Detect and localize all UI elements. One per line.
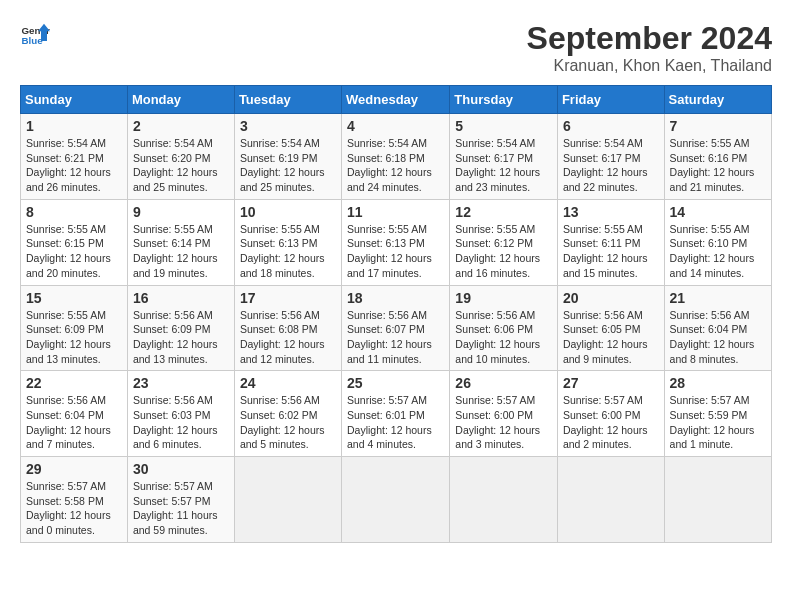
svg-text:Blue: Blue	[22, 35, 44, 46]
calendar-table: Sunday Monday Tuesday Wednesday Thursday…	[20, 85, 772, 543]
calendar-title: September 2024	[527, 20, 772, 57]
calendar-cell: 18Sunrise: 5:56 AM Sunset: 6:07 PM Dayli…	[342, 285, 450, 371]
day-number: 8	[26, 204, 122, 220]
day-number: 30	[133, 461, 229, 477]
day-number: 12	[455, 204, 552, 220]
day-info: Sunrise: 5:57 AM Sunset: 5:58 PM Dayligh…	[26, 479, 122, 538]
day-info: Sunrise: 5:55 AM Sunset: 6:15 PM Dayligh…	[26, 222, 122, 281]
calendar-subtitle: Kranuan, Khon Kaen, Thailand	[527, 57, 772, 75]
day-info: Sunrise: 5:54 AM Sunset: 6:18 PM Dayligh…	[347, 136, 444, 195]
day-number: 14	[670, 204, 766, 220]
day-number: 24	[240, 375, 336, 391]
day-number: 1	[26, 118, 122, 134]
calendar-cell: 25Sunrise: 5:57 AM Sunset: 6:01 PM Dayli…	[342, 371, 450, 457]
calendar-cell: 9Sunrise: 5:55 AM Sunset: 6:14 PM Daylig…	[127, 199, 234, 285]
day-number: 11	[347, 204, 444, 220]
logo: General Blue	[20, 20, 50, 50]
calendar-cell: 8Sunrise: 5:55 AM Sunset: 6:15 PM Daylig…	[21, 199, 128, 285]
day-info: Sunrise: 5:56 AM Sunset: 6:04 PM Dayligh…	[26, 393, 122, 452]
day-info: Sunrise: 5:56 AM Sunset: 6:04 PM Dayligh…	[670, 308, 766, 367]
calendar-cell	[342, 457, 450, 543]
col-sunday: Sunday	[21, 86, 128, 114]
calendar-cell: 2Sunrise: 5:54 AM Sunset: 6:20 PM Daylig…	[127, 114, 234, 200]
calendar-cell: 5Sunrise: 5:54 AM Sunset: 6:17 PM Daylig…	[450, 114, 558, 200]
calendar-cell: 3Sunrise: 5:54 AM Sunset: 6:19 PM Daylig…	[234, 114, 341, 200]
calendar-week-row: 22Sunrise: 5:56 AM Sunset: 6:04 PM Dayli…	[21, 371, 772, 457]
calendar-cell: 15Sunrise: 5:55 AM Sunset: 6:09 PM Dayli…	[21, 285, 128, 371]
day-number: 10	[240, 204, 336, 220]
day-number: 20	[563, 290, 659, 306]
day-info: Sunrise: 5:54 AM Sunset: 6:17 PM Dayligh…	[563, 136, 659, 195]
calendar-cell: 11Sunrise: 5:55 AM Sunset: 6:13 PM Dayli…	[342, 199, 450, 285]
day-info: Sunrise: 5:54 AM Sunset: 6:21 PM Dayligh…	[26, 136, 122, 195]
day-info: Sunrise: 5:55 AM Sunset: 6:10 PM Dayligh…	[670, 222, 766, 281]
day-info: Sunrise: 5:55 AM Sunset: 6:16 PM Dayligh…	[670, 136, 766, 195]
logo-icon: General Blue	[20, 20, 50, 50]
calendar-cell: 16Sunrise: 5:56 AM Sunset: 6:09 PM Dayli…	[127, 285, 234, 371]
calendar-cell: 20Sunrise: 5:56 AM Sunset: 6:05 PM Dayli…	[557, 285, 664, 371]
calendar-cell	[557, 457, 664, 543]
calendar-cell: 24Sunrise: 5:56 AM Sunset: 6:02 PM Dayli…	[234, 371, 341, 457]
day-number: 2	[133, 118, 229, 134]
calendar-week-row: 15Sunrise: 5:55 AM Sunset: 6:09 PM Dayli…	[21, 285, 772, 371]
day-number: 21	[670, 290, 766, 306]
day-info: Sunrise: 5:54 AM Sunset: 6:20 PM Dayligh…	[133, 136, 229, 195]
day-number: 22	[26, 375, 122, 391]
day-info: Sunrise: 5:55 AM Sunset: 6:14 PM Dayligh…	[133, 222, 229, 281]
calendar-week-row: 8Sunrise: 5:55 AM Sunset: 6:15 PM Daylig…	[21, 199, 772, 285]
calendar-cell: 17Sunrise: 5:56 AM Sunset: 6:08 PM Dayli…	[234, 285, 341, 371]
day-info: Sunrise: 5:56 AM Sunset: 6:06 PM Dayligh…	[455, 308, 552, 367]
title-section: September 2024 Kranuan, Khon Kaen, Thail…	[527, 20, 772, 75]
calendar-cell: 19Sunrise: 5:56 AM Sunset: 6:06 PM Dayli…	[450, 285, 558, 371]
day-info: Sunrise: 5:57 AM Sunset: 6:00 PM Dayligh…	[563, 393, 659, 452]
col-friday: Friday	[557, 86, 664, 114]
calendar-cell: 7Sunrise: 5:55 AM Sunset: 6:16 PM Daylig…	[664, 114, 771, 200]
col-thursday: Thursday	[450, 86, 558, 114]
calendar-cell: 14Sunrise: 5:55 AM Sunset: 6:10 PM Dayli…	[664, 199, 771, 285]
day-number: 3	[240, 118, 336, 134]
day-info: Sunrise: 5:54 AM Sunset: 6:19 PM Dayligh…	[240, 136, 336, 195]
day-number: 29	[26, 461, 122, 477]
calendar-cell: 6Sunrise: 5:54 AM Sunset: 6:17 PM Daylig…	[557, 114, 664, 200]
day-number: 28	[670, 375, 766, 391]
calendar-header-row: Sunday Monday Tuesday Wednesday Thursday…	[21, 86, 772, 114]
day-info: Sunrise: 5:56 AM Sunset: 6:05 PM Dayligh…	[563, 308, 659, 367]
calendar-cell: 27Sunrise: 5:57 AM Sunset: 6:00 PM Dayli…	[557, 371, 664, 457]
day-number: 16	[133, 290, 229, 306]
calendar-cell	[450, 457, 558, 543]
day-number: 17	[240, 290, 336, 306]
day-info: Sunrise: 5:56 AM Sunset: 6:03 PM Dayligh…	[133, 393, 229, 452]
col-tuesday: Tuesday	[234, 86, 341, 114]
day-number: 25	[347, 375, 444, 391]
day-info: Sunrise: 5:57 AM Sunset: 5:57 PM Dayligh…	[133, 479, 229, 538]
day-number: 23	[133, 375, 229, 391]
calendar-cell: 1Sunrise: 5:54 AM Sunset: 6:21 PM Daylig…	[21, 114, 128, 200]
day-number: 27	[563, 375, 659, 391]
day-info: Sunrise: 5:56 AM Sunset: 6:08 PM Dayligh…	[240, 308, 336, 367]
col-wednesday: Wednesday	[342, 86, 450, 114]
calendar-week-row: 29Sunrise: 5:57 AM Sunset: 5:58 PM Dayli…	[21, 457, 772, 543]
calendar-cell: 13Sunrise: 5:55 AM Sunset: 6:11 PM Dayli…	[557, 199, 664, 285]
calendar-cell: 30Sunrise: 5:57 AM Sunset: 5:57 PM Dayli…	[127, 457, 234, 543]
day-number: 13	[563, 204, 659, 220]
day-info: Sunrise: 5:56 AM Sunset: 6:07 PM Dayligh…	[347, 308, 444, 367]
calendar-cell	[664, 457, 771, 543]
calendar-cell: 28Sunrise: 5:57 AM Sunset: 5:59 PM Dayli…	[664, 371, 771, 457]
calendar-cell: 12Sunrise: 5:55 AM Sunset: 6:12 PM Dayli…	[450, 199, 558, 285]
day-number: 19	[455, 290, 552, 306]
col-monday: Monday	[127, 86, 234, 114]
calendar-cell: 29Sunrise: 5:57 AM Sunset: 5:58 PM Dayli…	[21, 457, 128, 543]
day-number: 9	[133, 204, 229, 220]
day-number: 6	[563, 118, 659, 134]
day-info: Sunrise: 5:57 AM Sunset: 6:01 PM Dayligh…	[347, 393, 444, 452]
calendar-week-row: 1Sunrise: 5:54 AM Sunset: 6:21 PM Daylig…	[21, 114, 772, 200]
calendar-cell	[234, 457, 341, 543]
day-info: Sunrise: 5:55 AM Sunset: 6:13 PM Dayligh…	[347, 222, 444, 281]
day-number: 15	[26, 290, 122, 306]
day-info: Sunrise: 5:55 AM Sunset: 6:13 PM Dayligh…	[240, 222, 336, 281]
day-number: 7	[670, 118, 766, 134]
day-info: Sunrise: 5:55 AM Sunset: 6:12 PM Dayligh…	[455, 222, 552, 281]
day-info: Sunrise: 5:55 AM Sunset: 6:09 PM Dayligh…	[26, 308, 122, 367]
day-number: 26	[455, 375, 552, 391]
day-info: Sunrise: 5:56 AM Sunset: 6:02 PM Dayligh…	[240, 393, 336, 452]
